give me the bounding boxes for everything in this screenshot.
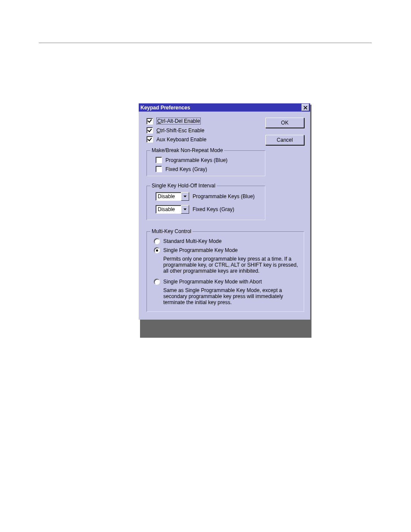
aux-keyboard-enable-checkbox[interactable]: Aux Keyboard Enable	[146, 136, 265, 143]
mb-fixed-keys-label: Fixed Keys (Gray)	[165, 166, 207, 172]
checkbox-icon	[146, 127, 153, 134]
single-prog-key-abort-label: Single Programmable Key Mode with Abort	[163, 279, 262, 285]
keypad-preferences-dialog: Keypad Preferences Ctrl-Alt-Del Enable C…	[139, 103, 310, 320]
single-prog-key-radio[interactable]: Single Programmable Key Mode	[154, 247, 299, 253]
close-button[interactable]	[302, 104, 309, 111]
holdoff-legend: Single Key Hold-Off Interval	[150, 183, 217, 189]
holdoff-prog-value: Disable	[156, 192, 181, 201]
checkbox-icon	[146, 118, 153, 124]
titlebar[interactable]: Keypad Preferences	[139, 103, 310, 112]
holdoff-prog-label: Programmable Keys (Blue)	[193, 193, 255, 199]
page-divider	[39, 43, 372, 43]
dialog-body: Ctrl-Alt-Del Enable Ctrl-Shift-Esc Enabl…	[139, 112, 310, 320]
mb-fixed-keys-checkbox[interactable]: Fixed Keys (Gray)	[156, 166, 260, 172]
ctrl-shift-esc-label: Ctrl-Shift-Esc Enable	[156, 128, 204, 134]
radio-icon	[154, 238, 160, 244]
multikey-group: Multi-Key Control Standard Multi-Key Mod…	[146, 231, 304, 312]
radio-icon	[154, 279, 160, 285]
single-prog-key-abort-desc: Same as Single Programmable Key Mode, ex…	[163, 287, 299, 305]
dropdown-button[interactable]	[181, 205, 189, 214]
checkbox-icon	[146, 136, 153, 143]
dialog-title: Keypad Preferences	[140, 105, 302, 111]
holdoff-fixed-value: Disable	[156, 205, 181, 214]
multikey-legend: Multi-Key Control	[150, 228, 193, 234]
close-icon	[304, 106, 307, 109]
ctrl-alt-del-enable-checkbox[interactable]: Ctrl-Alt-Del Enable	[146, 118, 265, 124]
checkbox-icon	[156, 157, 162, 163]
aux-keyboard-label: Aux Keyboard Enable	[156, 137, 206, 143]
holdoff-fixed-label: Fixed Keys (Gray)	[193, 206, 234, 212]
make-break-group: Make/Break Non-Repeat Mode Programmable …	[146, 150, 265, 176]
checkbox-icon	[156, 166, 162, 172]
make-break-legend: Make/Break Non-Repeat Mode	[150, 147, 224, 153]
holdoff-group: Single Key Hold-Off Interval Disable Pro…	[146, 186, 265, 220]
cancel-button[interactable]: Cancel	[265, 135, 304, 145]
ctrl-alt-del-label: Ctrl-Alt-Del Enable	[156, 118, 201, 124]
holdoff-fixed-combo[interactable]: Disable	[156, 205, 189, 214]
dropdown-button[interactable]	[181, 192, 189, 201]
radio-icon	[154, 247, 160, 253]
chevron-down-icon	[184, 208, 187, 210]
chevron-down-icon	[184, 196, 187, 197]
holdoff-prog-combo[interactable]: Disable	[156, 192, 189, 201]
standard-multikey-label: Standard Multi-Key Mode	[163, 238, 221, 244]
single-prog-key-desc: Permits only one programmable key press …	[163, 256, 299, 274]
single-prog-key-abort-radio[interactable]: Single Programmable Key Mode with Abort	[154, 278, 299, 285]
ok-button[interactable]: OK	[265, 118, 304, 128]
single-prog-key-label: Single Programmable Key Mode	[163, 247, 238, 253]
mb-programmable-keys-checkbox[interactable]: Programmable Keys (Blue)	[156, 157, 260, 163]
ctrl-shift-esc-enable-checkbox[interactable]: Ctrl-Shift-Esc Enable	[146, 127, 265, 134]
standard-multikey-radio[interactable]: Standard Multi-Key Mode	[154, 238, 299, 244]
mb-programmable-keys-label: Programmable Keys (Blue)	[165, 157, 227, 163]
